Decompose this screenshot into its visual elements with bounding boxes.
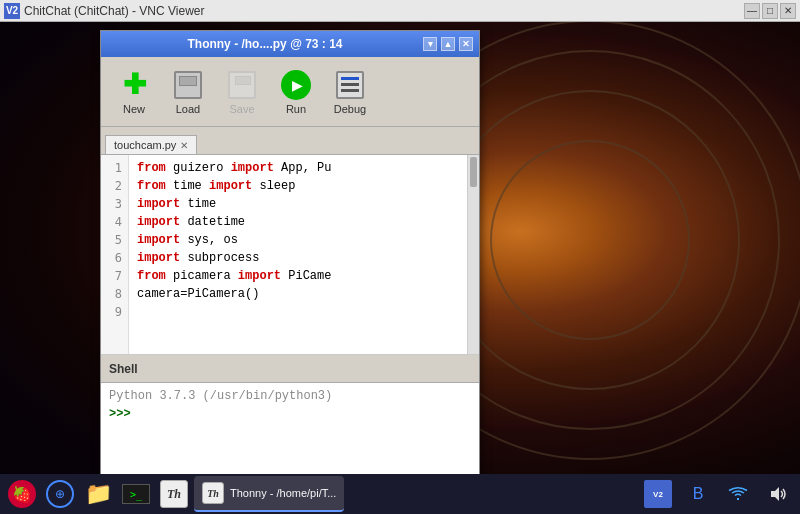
lens-ring-4	[490, 140, 690, 340]
code-line-9	[137, 303, 459, 321]
taskbar-wifi[interactable]	[720, 476, 756, 512]
code-line-4: import datetime	[137, 213, 459, 231]
new-button[interactable]: ✚ New	[109, 65, 159, 119]
shell-section: Shell Python 3.7.3 (/usr/bin/python3) >>…	[101, 355, 479, 489]
terminal-icon: >_	[122, 484, 150, 504]
volume-icon	[764, 480, 792, 508]
th-font-icon: Th	[160, 480, 188, 508]
wifi-icon	[724, 480, 752, 508]
window-title: ChitChat (ChitChat) - VNC Viewer	[24, 4, 744, 18]
python-version-text: Python 3.7.3 (/usr/bin/python3)	[109, 387, 471, 405]
thonny-title-controls: ▾ ▲ ✕	[423, 37, 473, 51]
thonny-title-text: Thonny - /ho....py @ 73 : 14	[107, 37, 423, 51]
scrollbar-thumb[interactable]	[470, 157, 477, 187]
new-icon: ✚	[118, 69, 150, 101]
code-line-6: import subprocess	[137, 249, 459, 267]
thonny-body: ✚ New Load Save	[101, 57, 479, 489]
taskbar-thonny-active[interactable]: Th Thonny - /home/pi/T...	[194, 476, 344, 512]
app-icon: V2	[4, 3, 20, 19]
vnc-icon: V2	[644, 480, 672, 508]
debug-label: Debug	[334, 103, 366, 115]
new-label: New	[123, 103, 145, 115]
code-content[interactable]: from guizero import App, Pu from time im…	[129, 155, 467, 354]
debug-button[interactable]: Debug	[325, 65, 375, 119]
save-icon	[226, 69, 258, 101]
load-label: Load	[176, 103, 200, 115]
maximize-button[interactable]: □	[762, 3, 778, 19]
thonny-chevron-down[interactable]: ▾	[423, 37, 437, 51]
thonny-window: Thonny - /ho....py @ 73 : 14 ▾ ▲ ✕ ✚ New…	[100, 30, 480, 490]
tab-touchcam[interactable]: touchcam.py ✕	[105, 135, 197, 154]
line-numbers: 1 2 3 4 5 6 7 8 9	[101, 155, 129, 354]
save-label: Save	[229, 103, 254, 115]
toolbar: ✚ New Load Save	[101, 57, 479, 127]
shell-tab-label: Shell	[109, 362, 138, 376]
code-line-2: from time import sleep	[137, 177, 459, 195]
taskbar-th-font[interactable]: Th	[156, 476, 192, 512]
window-controls: — □ ✕	[744, 3, 796, 19]
taskbar-vnc[interactable]: V2	[640, 476, 676, 512]
code-line-3: import time	[137, 195, 459, 213]
shell-prompt-line: >>>	[109, 405, 471, 423]
save-button[interactable]: Save	[217, 65, 267, 119]
raspberry-pi-icon: 🍓	[8, 480, 36, 508]
code-line-7: from picamera import PiCame	[137, 267, 459, 285]
thonny-taskbar-label: Thonny - /home/pi/T...	[230, 487, 336, 499]
globe-icon: ⊕	[46, 480, 74, 508]
svg-marker-0	[771, 487, 779, 501]
run-label: Run	[286, 103, 306, 115]
code-area[interactable]: 1 2 3 4 5 6 7 8 9 from guizero import Ap…	[101, 155, 479, 355]
bluetooth-icon: B	[684, 480, 712, 508]
taskbar-raspberry-pi[interactable]: 🍓	[4, 476, 40, 512]
code-line-8: camera=PiCamera()	[137, 285, 459, 303]
code-line-5: import sys, os	[137, 231, 459, 249]
close-button[interactable]: ✕	[780, 3, 796, 19]
run-button[interactable]: Run	[271, 65, 321, 119]
folder-icon: 📁	[85, 481, 112, 507]
tab-close-button[interactable]: ✕	[180, 140, 188, 151]
thonny-close-button[interactable]: ✕	[459, 37, 473, 51]
code-scrollbar[interactable]	[467, 155, 479, 354]
title-bar: V2 ChitChat (ChitChat) - VNC Viewer — □ …	[0, 0, 800, 22]
taskbar-system-area: V2 B	[640, 476, 796, 512]
taskbar-file-manager[interactable]: 📁	[80, 476, 116, 512]
taskbar-terminal[interactable]: >_	[118, 476, 154, 512]
taskbar-browser[interactable]: ⊕	[42, 476, 78, 512]
taskbar: 🍓 ⊕ 📁 >_ Th Th Thonny - /home/pi/T... V2…	[0, 474, 800, 514]
taskbar-volume[interactable]	[760, 476, 796, 512]
tab-bar: touchcam.py ✕	[101, 127, 479, 155]
load-button[interactable]: Load	[163, 65, 213, 119]
thonny-taskbar-icon: Th	[202, 482, 224, 504]
tab-filename: touchcam.py	[114, 139, 176, 151]
thonny-chevron-up[interactable]: ▲	[441, 37, 455, 51]
run-icon	[280, 69, 312, 101]
debug-icon	[334, 69, 366, 101]
load-icon	[172, 69, 204, 101]
code-line-1: from guizero import App, Pu	[137, 159, 459, 177]
thonny-title-bar: Thonny - /ho....py @ 73 : 14 ▾ ▲ ✕	[101, 31, 479, 57]
taskbar-bluetooth[interactable]: B	[680, 476, 716, 512]
shell-header: Shell	[101, 355, 479, 383]
shell-prompt: >>>	[109, 407, 131, 421]
minimize-button[interactable]: —	[744, 3, 760, 19]
